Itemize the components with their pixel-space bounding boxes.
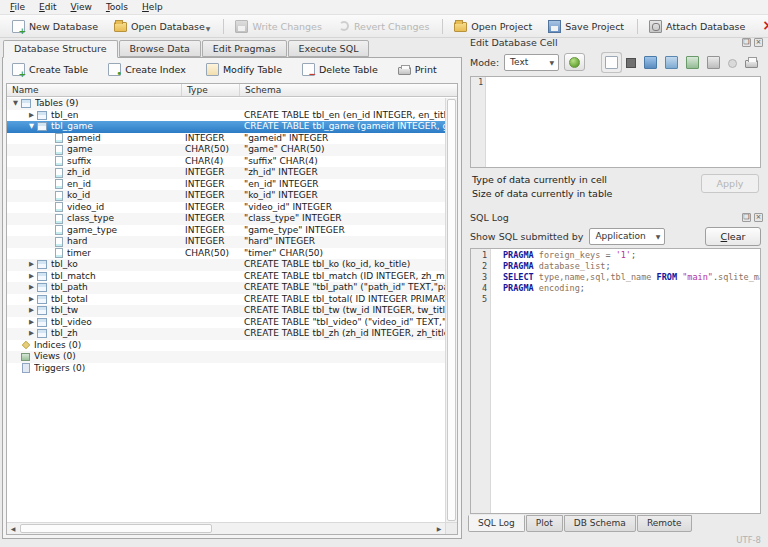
tree-row[interactable]: ▶tbl_pathCREATE TABLE "tbl_path" ("path_… bbox=[7, 282, 445, 294]
tree-row[interactable]: timerCHAR(50)"timer" CHAR(50) bbox=[7, 248, 445, 260]
close-dock-icon[interactable]: × bbox=[754, 38, 763, 47]
print-button[interactable]: Print bbox=[398, 64, 437, 75]
tree-row[interactable]: ▶tbl_enCREATE TABLE tbl_en (en_id INTEGE… bbox=[7, 110, 445, 122]
tree-row[interactable]: ▶tbl_totalCREATE TABLE tbl_total( ID INT… bbox=[7, 294, 445, 306]
left-pane: Database StructureBrowse DataEdit Pragma… bbox=[2, 40, 462, 539]
vertical-scrollbar[interactable] bbox=[445, 98, 457, 522]
bottom-tab-bar: SQL LogPlotDB SchemaRemote bbox=[465, 515, 766, 533]
scrollbar-thumb[interactable] bbox=[20, 524, 212, 533]
attach-database-button[interactable]: Attach Database bbox=[642, 18, 754, 35]
cell-value-editor[interactable]: 1 bbox=[470, 76, 761, 168]
export-file-icon[interactable] bbox=[665, 56, 678, 69]
tree-row[interactable]: ▶tbl_matchCREATE TABLE tbl_match (ID INT… bbox=[7, 271, 445, 283]
tab-execute-sql[interactable]: Execute SQL bbox=[288, 40, 370, 57]
column-header-type[interactable]: Type bbox=[182, 84, 240, 96]
table-icon bbox=[37, 122, 47, 131]
tree-row-schema-cell bbox=[240, 98, 445, 110]
menu-edit[interactable]: Edit bbox=[32, 0, 63, 14]
sql-source-combobox[interactable]: Application ▼ bbox=[589, 228, 665, 245]
tree-row[interactable]: gameidINTEGER"gameid" INTEGER bbox=[7, 133, 445, 145]
scroll-right-arrow-icon[interactable]: ▶ bbox=[433, 523, 445, 534]
tree-row[interactable]: Indices (0) bbox=[7, 340, 445, 352]
tab-sql-log[interactable]: SQL Log bbox=[468, 515, 525, 532]
menu-view[interactable]: View bbox=[64, 0, 99, 14]
apply-button[interactable]: Apply bbox=[701, 174, 759, 193]
dock-buttons: ❏ × bbox=[742, 38, 763, 47]
expand-arrow-icon[interactable]: ▶ bbox=[26, 305, 37, 317]
tree-row[interactable]: zh_idINTEGER"zh_id" INTEGER bbox=[7, 167, 445, 179]
tab-plot[interactable]: Plot bbox=[526, 515, 563, 532]
save-image-icon[interactable] bbox=[686, 56, 699, 69]
tree-row[interactable]: ▼tbl_gameCREATE TABLE tbl_game (gameid I… bbox=[7, 121, 445, 133]
tab-remote[interactable]: Remote bbox=[637, 515, 692, 532]
menu-help[interactable]: Help bbox=[135, 0, 170, 14]
create-index-button[interactable]: Create Index bbox=[108, 63, 186, 76]
print-icon[interactable] bbox=[745, 60, 758, 68]
expand-arrow-icon[interactable]: ▶ bbox=[26, 317, 37, 329]
tree-row[interactable]: en_idINTEGER"en_id" INTEGER bbox=[7, 179, 445, 191]
tree-row[interactable]: game_typeINTEGER"game_type" INTEGER bbox=[7, 225, 445, 237]
column-header-schema[interactable]: Schema bbox=[240, 84, 457, 96]
tab-edit-pragmas[interactable]: Edit Pragmas bbox=[202, 40, 287, 57]
menu-tools[interactable]: Tools bbox=[99, 0, 135, 14]
menu-file[interactable]: File bbox=[3, 0, 32, 14]
close-dock-icon[interactable]: × bbox=[754, 213, 763, 222]
scroll-left-arrow-icon[interactable]: ◀ bbox=[7, 523, 19, 534]
expand-arrow-icon[interactable]: ▶ bbox=[26, 328, 37, 340]
clear-button[interactable]: Clear bbox=[705, 227, 761, 246]
new-database-button[interactable]: New Database bbox=[5, 18, 107, 35]
create-table-button[interactable]: Create Table bbox=[12, 63, 88, 76]
tree-row[interactable]: class_typeINTEGER"class_type" INTEGER bbox=[7, 213, 445, 225]
column-header-name[interactable]: Name bbox=[7, 84, 182, 96]
set-null-icon[interactable] bbox=[728, 59, 737, 68]
tree-row[interactable]: ▼Tables (9) bbox=[7, 98, 445, 110]
delete-table-button[interactable]: Delete Table bbox=[302, 63, 378, 76]
tree-row-schema-cell: "video_id" INTEGER bbox=[240, 202, 445, 214]
cell-value-text[interactable] bbox=[486, 77, 760, 167]
tree-row[interactable]: suffixCHAR(4)"suffix" CHAR(4) bbox=[7, 156, 445, 168]
sql-line: PRAGMA foreign_keys = '1'; bbox=[503, 250, 760, 261]
field-icon bbox=[55, 179, 63, 189]
expand-arrow-icon[interactable]: ▶ bbox=[26, 294, 37, 306]
tab-browse-data[interactable]: Browse Data bbox=[119, 40, 201, 57]
tree-row-type-cell: CHAR(4) bbox=[182, 156, 240, 168]
tab-database-structure[interactable]: Database Structure bbox=[3, 40, 118, 58]
toolbar-button-label: Modify Table bbox=[223, 64, 282, 75]
sql-log-editor[interactable]: 12345 PRAGMA foreign_keys = '1';PRAGMA d… bbox=[470, 248, 761, 514]
float-dock-icon[interactable]: ❏ bbox=[742, 213, 751, 222]
tree-row[interactable]: video_idINTEGER"video_id" INTEGER bbox=[7, 202, 445, 214]
open-project-button[interactable]: Open Project bbox=[447, 18, 541, 34]
close-database-button[interactable]: Close Database bbox=[754, 18, 768, 35]
tree-row[interactable]: ▶tbl_koCREATE TABLE tbl_ko (ko_id, ko_ti… bbox=[7, 259, 445, 271]
expand-arrow-icon[interactable]: ▼ bbox=[10, 98, 21, 110]
document-icon[interactable] bbox=[605, 56, 618, 69]
expand-arrow-icon[interactable]: ▶ bbox=[26, 271, 37, 283]
copy-icon[interactable] bbox=[626, 58, 636, 68]
modify-table-button[interactable]: Modify Table bbox=[206, 63, 282, 76]
tree-row[interactable]: gameCHAR(50)"game" CHAR(50) bbox=[7, 144, 445, 156]
expand-arrow-icon[interactable]: ▶ bbox=[26, 110, 37, 122]
scrollbar-thumb[interactable] bbox=[447, 99, 456, 521]
tree-row[interactable]: ▶tbl_twCREATE TABLE tbl_tw (tw_id INTEGE… bbox=[7, 305, 445, 317]
tree-row-type-cell bbox=[182, 110, 240, 122]
tab-db-schema[interactable]: DB Schema bbox=[564, 515, 636, 532]
tree-row[interactable]: ▶tbl_zhCREATE TABLE tbl_zh (zh_id INTEGE… bbox=[7, 328, 445, 340]
tree-row[interactable]: Views (0) bbox=[7, 351, 445, 363]
save-project-button[interactable]: Save Project bbox=[541, 18, 633, 35]
screenshot-icon[interactable] bbox=[707, 56, 720, 69]
expand-arrow-icon[interactable]: ▶ bbox=[26, 282, 37, 294]
tree-row[interactable]: ▶tbl_videoCREATE TABLE "tbl_video" ("vid… bbox=[7, 317, 445, 329]
tree-row-name-cell: ▼Tables (9) bbox=[7, 98, 182, 110]
green-circle-button[interactable] bbox=[564, 53, 585, 71]
horizontal-scrollbar[interactable]: ◀ ▶ bbox=[7, 522, 445, 534]
tree-row[interactable]: Triggers (0) bbox=[7, 363, 445, 375]
tree-row[interactable]: hardINTEGER"hard" INTEGER bbox=[7, 236, 445, 248]
tree-item-label: game_type bbox=[67, 225, 117, 237]
mode-combobox[interactable]: Text ▼ bbox=[504, 54, 559, 71]
float-dock-icon[interactable]: ❏ bbox=[742, 38, 751, 47]
expand-arrow-icon[interactable]: ▶ bbox=[26, 259, 37, 271]
import-file-icon[interactable] bbox=[644, 56, 657, 69]
open-database-button[interactable]: Open Database▼ bbox=[107, 18, 219, 34]
tree-row[interactable]: ko_idINTEGER"ko_id" INTEGER bbox=[7, 190, 445, 202]
expand-arrow-icon[interactable]: ▼ bbox=[26, 121, 37, 133]
